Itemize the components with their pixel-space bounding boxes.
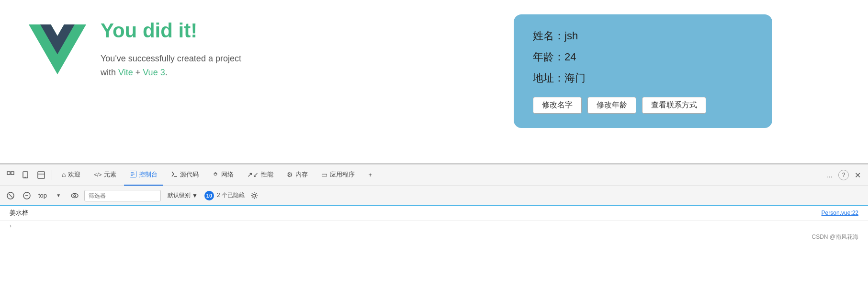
top-dropdown-arrow[interactable]: ▼ (52, 189, 65, 202)
clear-console-button[interactable] (4, 189, 17, 202)
panel-icon[interactable] (34, 168, 48, 182)
svg-rect-4 (38, 172, 45, 178)
error-count-badge: 10 (204, 191, 214, 200)
age-label: 年龄： (533, 51, 564, 63)
more-button[interactable]: ... (823, 168, 836, 182)
settings-button[interactable] (248, 189, 261, 202)
performance-icon: ↗↙ (247, 171, 259, 178)
bottom-text: CSDN @南风花海 (812, 233, 858, 241)
tab-add[interactable]: + (362, 164, 378, 186)
vue-link[interactable]: Vue 3 (143, 68, 165, 77)
log-text-姜水桦: 姜水桦 (10, 209, 28, 217)
address-value: 海门 (564, 72, 586, 84)
log-source[interactable]: Person.vue:22 (822, 210, 858, 216)
edit-name-button[interactable]: 修改名字 (533, 97, 582, 114)
name-value: jsh (564, 30, 578, 42)
svg-point-16 (74, 195, 76, 197)
console-caret-row[interactable]: › (0, 221, 868, 231)
level-dropdown-arrow: ▼ (192, 192, 198, 199)
svg-rect-1 (11, 172, 14, 175)
top-label: top (38, 192, 47, 199)
tab-memory[interactable]: ⚙ 内存 (281, 164, 314, 186)
application-icon: ▭ (321, 171, 327, 178)
elements-icon: </> (94, 172, 101, 177)
devtools-tab-bar: ⌂ 欢迎 </> 元素 控制台 源代码 网络 ↗↙ 性能 (0, 164, 868, 186)
vite-link[interactable]: Vite (118, 68, 133, 77)
tab-performance-label: 性能 (261, 170, 273, 179)
log-row-姜水桦: 姜水桦 Person.vue:22 (0, 206, 868, 221)
tab-console[interactable]: 控制台 (124, 164, 163, 186)
error-count: 10 (206, 193, 212, 199)
tab-sources-label: 源代码 (180, 170, 199, 179)
info-buttons: 修改名字 修改年龄 查看联系方式 (533, 97, 753, 114)
tab-application-label: 应用程序 (330, 170, 355, 179)
welcome-icon: ⌂ (62, 171, 66, 178)
tab-network[interactable]: 网络 (206, 164, 239, 186)
address-label: 地址： (533, 72, 564, 84)
tab-performance[interactable]: ↗↙ 性能 (241, 164, 279, 186)
info-card: 姓名：jsh 年龄：24 地址：海门 修改名字 修改年龄 查看联系方式 (514, 14, 772, 128)
edit-age-button[interactable]: 修改年龄 (587, 97, 636, 114)
eye-button[interactable] (68, 189, 81, 202)
name-row: 姓名：jsh (533, 29, 753, 43)
tab-elements[interactable]: </> 元素 (88, 164, 122, 186)
level-dropdown[interactable]: 默认级别 ▼ (164, 190, 202, 201)
hero-title: You did it! (101, 19, 241, 42)
filter-button[interactable] (20, 189, 34, 202)
console-toolbar: top ▼ 默认级别 ▼ 10 2 个已隐藏 (0, 186, 868, 205)
console-icon (130, 171, 136, 179)
svg-point-15 (71, 193, 78, 198)
age-value: 24 (564, 51, 576, 63)
level-label: 默认级别 (168, 191, 191, 199)
filter-input[interactable] (84, 190, 161, 201)
svg-rect-0 (7, 172, 10, 175)
devtools-panel: ⌂ 欢迎 </> 元素 控制台 源代码 网络 ↗↙ 性能 (0, 163, 868, 258)
caret-icon: › (10, 223, 11, 229)
address-row: 地址：海门 (533, 71, 753, 85)
device-icon[interactable] (19, 168, 33, 182)
plus-text: + (135, 68, 141, 77)
hero-text: You did it! You've successfully created … (101, 19, 241, 80)
vue-logo (29, 21, 86, 78)
bottom-bar: CSDN @南风花海 (0, 231, 868, 243)
svg-line-12 (9, 194, 12, 198)
period: . (165, 68, 168, 77)
network-icon (212, 171, 219, 179)
subtitle-with: with (101, 68, 116, 77)
tab-welcome[interactable]: ⌂ 欢迎 (56, 164, 86, 186)
tab-sources[interactable]: 源代码 (165, 164, 204, 186)
view-contact-button[interactable]: 查看联系方式 (642, 97, 706, 114)
separator-1 (52, 170, 52, 180)
main-content: You did it! You've successfully created … (0, 0, 868, 163)
add-icon: + (368, 171, 372, 178)
inspect-icon[interactable] (4, 168, 17, 182)
console-log-area: 姜水桦 Person.vue:22 › CSDN @南风花海 (0, 205, 868, 258)
tab-console-label: 控制台 (139, 170, 158, 179)
hidden-count: 2 个已隐藏 (217, 191, 245, 199)
tab-elements-label: 元素 (104, 170, 116, 179)
subtitle-line1: You've successfully created a project (101, 54, 241, 63)
help-button[interactable]: ? (838, 170, 849, 180)
tab-memory-label: 内存 (295, 170, 308, 179)
close-devtools-button[interactable]: ✕ (851, 168, 864, 182)
memory-icon: ⚙ (287, 171, 293, 178)
sources-icon (171, 171, 178, 179)
tab-welcome-label: 欢迎 (68, 170, 80, 179)
age-row: 年龄：24 (533, 50, 753, 64)
svg-point-17 (253, 194, 256, 197)
hero-subtitle: You've successfully created a project wi… (101, 52, 241, 80)
tab-network-label: 网络 (221, 170, 234, 179)
devtools-more-actions: ... ? ✕ (823, 168, 864, 182)
tab-application[interactable]: ▭ 应用程序 (316, 164, 361, 186)
name-label: 姓名： (533, 30, 564, 42)
